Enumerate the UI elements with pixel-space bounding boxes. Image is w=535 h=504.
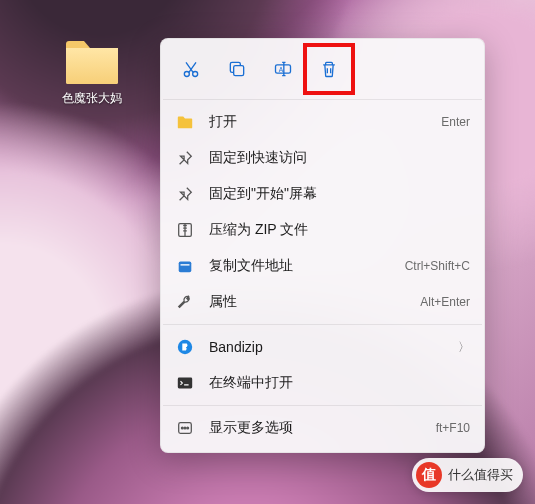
cut-button[interactable]	[171, 49, 211, 89]
delete-icon	[319, 59, 339, 79]
svg-point-1	[184, 72, 189, 77]
svg-rect-10	[178, 378, 192, 389]
menu-label: 在终端中打开	[209, 374, 470, 392]
delete-button[interactable]	[309, 49, 349, 89]
menu-pin-start[interactable]: 固定到"开始"屏幕	[161, 176, 484, 212]
desktop-folder[interactable]: 色魔张大妈	[52, 38, 132, 107]
menu-shortcut: ft+F10	[436, 421, 470, 435]
svg-rect-8	[181, 264, 190, 265]
wrench-icon	[175, 292, 195, 312]
menu-label: 属性	[209, 293, 420, 311]
menu-open-terminal[interactable]: 在终端中打开	[161, 365, 484, 401]
desktop-folder-label: 色魔张大妈	[52, 90, 132, 107]
terminal-icon	[175, 373, 195, 393]
copy-path-icon	[175, 256, 195, 276]
menu-copy-path[interactable]: 复制文件地址 Ctrl+Shift+C	[161, 248, 484, 284]
pin-icon	[175, 148, 195, 168]
folder-fill-icon	[175, 112, 195, 132]
menu-label: 复制文件地址	[209, 257, 405, 275]
zip-icon	[175, 220, 195, 240]
pin-icon	[175, 184, 195, 204]
copy-icon	[227, 59, 247, 79]
quick-action-row: A	[161, 45, 484, 95]
svg-point-13	[184, 427, 186, 429]
menu-properties[interactable]: 属性 Alt+Enter	[161, 284, 484, 320]
rename-button[interactable]: A	[263, 49, 303, 89]
menu-compress-zip[interactable]: 压缩为 ZIP 文件	[161, 212, 484, 248]
rename-icon: A	[273, 59, 293, 79]
menu-pin-quick-access[interactable]: 固定到快速访问	[161, 140, 484, 176]
menu-label: 固定到快速访问	[209, 149, 470, 167]
folder-icon	[64, 38, 120, 86]
cut-icon	[181, 59, 201, 79]
menu-shortcut: Ctrl+Shift+C	[405, 259, 470, 273]
badge-symbol: 值	[416, 462, 442, 488]
separator	[163, 99, 482, 100]
bandizip-icon	[175, 337, 195, 357]
more-options-icon	[175, 418, 195, 438]
separator	[163, 324, 482, 325]
separator	[163, 405, 482, 406]
svg-rect-7	[179, 262, 192, 273]
menu-label: Bandizip	[209, 339, 458, 355]
menu-show-more[interactable]: 显示更多选项 ft+F10	[161, 410, 484, 446]
menu-shortcut: Alt+Enter	[420, 295, 470, 309]
context-menu: A 打开 Enter 固定到快速访问 固定到"开始"屏幕 压缩为 ZIP 文件 …	[160, 38, 485, 453]
menu-label: 压缩为 ZIP 文件	[209, 221, 470, 239]
watermark-badge: 值 什么值得买	[412, 458, 523, 492]
svg-point-2	[193, 72, 198, 77]
svg-text:A: A	[279, 66, 284, 73]
menu-label: 打开	[209, 113, 441, 131]
chevron-right-icon: 〉	[458, 339, 470, 356]
menu-open[interactable]: 打开 Enter	[161, 104, 484, 140]
badge-text: 什么值得买	[448, 466, 513, 484]
menu-label: 显示更多选项	[209, 419, 436, 437]
menu-shortcut: Enter	[441, 115, 470, 129]
copy-button[interactable]	[217, 49, 257, 89]
menu-label: 固定到"开始"屏幕	[209, 185, 470, 203]
svg-rect-3	[234, 66, 244, 76]
svg-point-12	[181, 427, 183, 429]
svg-point-14	[187, 427, 189, 429]
menu-bandizip[interactable]: Bandizip 〉	[161, 329, 484, 365]
